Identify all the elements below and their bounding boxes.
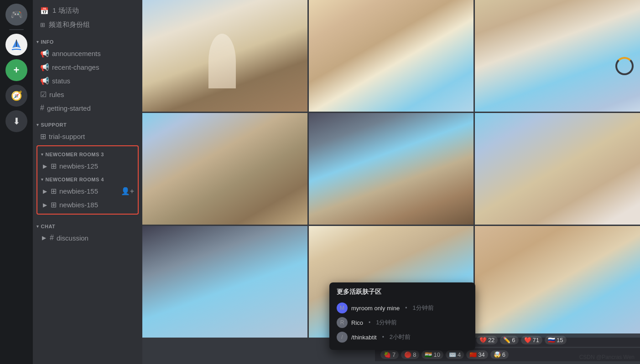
newbies-155-label: newbies-155 — [59, 187, 98, 195]
image-cell-2[interactable] — [309, 0, 474, 112]
events-icon: 📅 — [40, 7, 49, 15]
reaction-ru-flag[interactable]: 🇷🇺15 — [545, 336, 566, 344]
heart-emoji: ❤️ — [524, 337, 531, 343]
tooltip-item-3[interactable]: / /thinkabtit • 2小时前 — [337, 330, 468, 344]
newcomer-rooms-4-category[interactable]: ▾ NEWCOMER ROOMS 4 — [37, 173, 138, 184]
status-label: status — [52, 77, 70, 85]
tooltip-avatar-2: R — [337, 317, 348, 328]
image-cell-9[interactable] — [475, 226, 640, 338]
rules-label: rules — [49, 91, 64, 98]
image-cell-3[interactable] — [475, 0, 640, 112]
channel-sidebar: 📅 1 场活动 ⊞ 频道和身份组 ▾ INFO 📢 announcements … — [33, 0, 142, 364]
events-item[interactable]: 📅 1 场活动 — [36, 4, 139, 18]
getting-started-channel[interactable]: # getting-started — [36, 102, 139, 114]
explode-emoji: 🤯 — [494, 351, 501, 358]
info-label: INFO — [41, 39, 54, 45]
newcomer-4-channels: ▶ ⊞ newbies-155 👤+ ▶ ⊞ newbies-185 — [37, 185, 138, 211]
newbies-155-channel[interactable]: ▶ ⊞ newbies-155 👤+ — [37, 185, 138, 198]
trial-support-channel[interactable]: ⊞ trial-support — [36, 130, 139, 143]
tooltip-time-3: 2小时前 — [390, 333, 411, 341]
newcomer-rooms-3-category[interactable]: ▾ NEWCOMER ROOMS 3 — [37, 148, 138, 159]
expand-icon[interactable]: ▶ — [43, 163, 47, 169]
status-channel[interactable]: 📢 status — [36, 74, 139, 87]
discussion-hash-icon: # — [50, 234, 54, 242]
image-cell-6[interactable] — [475, 113, 640, 225]
reaction-pencil[interactable]: ✏️6 — [500, 336, 518, 344]
mail-emoji: ✉️ — [449, 351, 456, 358]
hash-icon: # — [40, 104, 44, 112]
sidebar-top-section: 📅 1 场活动 ⊞ 频道和身份组 — [33, 0, 142, 32]
support-arrow: ▾ — [36, 123, 39, 127]
info-category[interactable]: ▾ INFO — [33, 32, 142, 46]
broken-emoji: 💔 — [479, 337, 487, 343]
events-label: 1 场活动 — [52, 6, 79, 15]
sailboat-svg — [10, 38, 23, 51]
tooltip-item-2[interactable]: R Rico • 1分钟前 — [337, 315, 468, 330]
newcomer-rooms-4-label: NEWCOMER ROOMS 4 — [46, 177, 104, 182]
image-cell-7[interactable] — [142, 226, 307, 338]
download-apps-icon[interactable]: ⬇ — [5, 110, 27, 132]
newbies-185-label: newbies-185 — [59, 201, 98, 209]
reaction-broken[interactable]: 💔22 — [476, 336, 498, 344]
reaction-berry[interactable]: 🍓7 — [380, 350, 399, 359]
expand-155-icon[interactable]: ▶ — [43, 188, 47, 195]
berry-emoji: 🍓 — [384, 351, 391, 358]
pencil-count: 6 — [512, 337, 515, 343]
info-channels: 📢 announcements 📢 recent-changes 📢 statu… — [33, 46, 142, 115]
add-server-icon[interactable]: + — [5, 59, 27, 81]
channels-roles-item[interactable]: ⊞ 频道和身份组 — [36, 18, 139, 32]
newbies-185-icon: ⊞ — [51, 200, 57, 209]
tooltip-time-1: 1分钟前 — [412, 304, 433, 312]
ru-flag-emoji: 🇷🇺 — [548, 337, 555, 343]
discussion-channel[interactable]: ▶ # discussion — [36, 231, 139, 244]
reaction-in-flag[interactable]: 🇮🇳10 — [421, 350, 443, 359]
trial-support-label: trial-support — [49, 133, 85, 140]
chat-channels: ▶ # discussion — [33, 231, 142, 245]
reaction-explode[interactable]: 🤯6 — [490, 350, 509, 359]
expand-discussion-icon[interactable]: ▶ — [42, 235, 46, 241]
reaction-red[interactable]: 🔴8 — [401, 350, 419, 359]
loading-indicator — [615, 57, 634, 75]
in-flag-emoji: 🇮🇳 — [425, 351, 432, 358]
tooltip-title: 更多活跃肤子区 — [337, 288, 468, 296]
reaction-mail[interactable]: ✉️4 — [446, 350, 464, 359]
newcomer-rooms-section: ▾ NEWCOMER ROOMS 3 ▶ ⊞ newbies-125 ▾ NEW… — [36, 145, 139, 215]
explore-servers-icon[interactable]: 🧭 — [5, 85, 27, 107]
explode-count: 6 — [502, 351, 505, 358]
newcomer-3-channels: ▶ ⊞ newbies-125 — [37, 159, 138, 173]
expand-185-icon[interactable]: ▶ — [43, 202, 47, 208]
server-column: 🎮 + 🧭 ⬇ — [0, 0, 33, 364]
support-category[interactable]: ▾ SUPPORT — [33, 115, 142, 129]
chat-category[interactable]: ▾ CHAT — [33, 216, 142, 231]
red-count: 8 — [413, 351, 416, 358]
image-cell-1[interactable] — [142, 0, 307, 112]
reaction-heart[interactable]: ❤️71 — [521, 336, 542, 344]
image-cell-5[interactable] — [309, 113, 474, 225]
cn-count: 34 — [478, 351, 484, 358]
chat-arrow: ▾ — [36, 224, 39, 229]
tooltip-time-2: 1分钟前 — [376, 318, 397, 327]
support-label: SUPPORT — [41, 122, 67, 128]
reaction-cn-flag[interactable]: 🇨🇳34 — [466, 350, 488, 359]
rules-channel[interactable]: ☑ rules — [36, 88, 139, 101]
channels-roles-label: 频道和身份组 — [49, 21, 90, 29]
rules-icon: ☑ — [40, 90, 47, 99]
newbies-125-icon: ⊞ — [51, 162, 57, 170]
newbies-125-channel[interactable]: ▶ ⊞ newbies-125 — [37, 159, 138, 173]
sailboat-server-icon[interactable] — [5, 34, 27, 56]
pencil-emoji: ✏️ — [503, 337, 510, 343]
add-member-icon[interactable]: 👤+ — [121, 187, 134, 195]
newbies-125-label: newbies-125 — [59, 162, 98, 170]
tooltip-popup: 更多活跃肤子区 M myroom only mine • 1分钟前 R Rico… — [329, 282, 475, 350]
recent-changes-channel[interactable]: 📢 recent-changes — [36, 61, 139, 74]
reaction-bar-2: 🍓7 🔴8 🇮🇳10 ✉️4 🇨🇳34 🤯6 — [375, 348, 640, 361]
status-icon: 📢 — [40, 77, 49, 85]
newcomer-3-arrow: ▾ — [41, 152, 44, 157]
announcements-channel[interactable]: 📢 announcements — [36, 47, 139, 60]
newbies-185-channel[interactable]: ▶ ⊞ newbies-185 — [37, 198, 138, 211]
tooltip-user-1: myroom only mine — [351, 305, 400, 312]
tooltip-item-1[interactable]: M myroom only mine • 1分钟前 — [337, 301, 468, 315]
newbies-155-icon: ⊞ — [51, 187, 57, 195]
user-avatar-icon[interactable]: 🎮 — [5, 4, 27, 26]
image-cell-4[interactable] — [142, 113, 307, 225]
